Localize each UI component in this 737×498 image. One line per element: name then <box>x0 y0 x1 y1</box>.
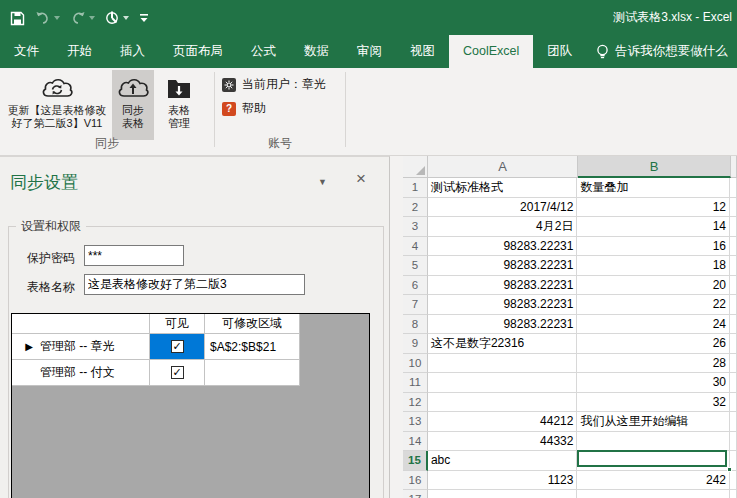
tab-4[interactable]: 公式 <box>237 35 290 68</box>
cell-B3[interactable]: 14 <box>577 217 730 237</box>
row-header-3[interactable]: 3 <box>403 217 428 237</box>
cell-C4[interactable] <box>730 237 737 257</box>
cell-C9[interactable] <box>730 334 737 354</box>
cell-C6[interactable] <box>730 276 737 296</box>
table-name-input[interactable] <box>84 274 305 295</box>
cell-B13[interactable]: 我们从这里开始编辑 <box>577 412 730 432</box>
column-header-A[interactable]: A <box>428 156 578 178</box>
row-header-16[interactable]: 16 <box>403 471 428 491</box>
row-header-12[interactable]: 12 <box>403 393 428 413</box>
cell-C16[interactable] <box>730 471 737 491</box>
visible-checkbox[interactable]: ✓ <box>171 366 184 379</box>
cell-B4[interactable]: 16 <box>577 237 730 257</box>
cell-B11[interactable]: 30 <box>577 373 730 393</box>
cell-A4[interactable]: 98283.22231 <box>428 237 578 257</box>
cell-A8[interactable]: 98283.22231 <box>428 315 578 335</box>
chevron-down-icon[interactable]: ▼ <box>318 177 327 187</box>
undo-icon[interactable] <box>33 8 62 28</box>
cell-C17[interactable] <box>730 490 737 498</box>
touch-mode-dropdown-caret[interactable] <box>123 16 129 20</box>
cell-A13[interactable]: 44212 <box>428 412 578 432</box>
tab-3[interactable]: 页面布局 <box>159 35 237 68</box>
cell-B12[interactable]: 32 <box>577 393 730 413</box>
password-input[interactable] <box>84 245 184 266</box>
cell-B10[interactable]: 28 <box>577 354 730 374</box>
cell-A3[interactable]: 4月2日 <box>428 217 578 237</box>
row-header-2[interactable]: 2 <box>403 198 428 218</box>
pane-splitter[interactable] <box>391 157 403 498</box>
cell-B7[interactable]: 22 <box>577 295 730 315</box>
row-header-6[interactable]: 6 <box>403 276 428 296</box>
cell-C5[interactable] <box>730 256 737 276</box>
cell-A12[interactable] <box>428 393 578 413</box>
save-icon[interactable] <box>8 8 27 28</box>
cell-C8[interactable] <box>730 315 737 335</box>
cell-B8[interactable]: 24 <box>577 315 730 335</box>
table-manage-button[interactable]: 表格 管理 <box>157 70 201 140</box>
row-header-10[interactable]: 10 <box>403 354 428 374</box>
cell-C2[interactable] <box>730 198 737 218</box>
cell-C1[interactable] <box>730 178 737 198</box>
cell-B6[interactable]: 20 <box>577 276 730 296</box>
row-header-4[interactable]: 4 <box>403 237 428 257</box>
select-all-corner[interactable] <box>403 156 428 178</box>
cell-A2[interactable]: 2017/4/12 <box>428 198 578 218</box>
row-header-5[interactable]: 5 <box>403 256 428 276</box>
tab-2[interactable]: 插入 <box>106 35 159 68</box>
row-header-1[interactable]: 1 <box>403 178 428 198</box>
grid-range-cell[interactable] <box>205 360 300 386</box>
grid-user-cell[interactable]: ▶管理部 -- 章光 <box>12 334 150 360</box>
grid-range-cell[interactable]: $A$2:$B$21 <box>205 334 300 360</box>
row-header-14[interactable]: 14 <box>403 432 428 452</box>
cell-C7[interactable] <box>730 295 737 315</box>
grid-user-cell[interactable]: 管理部 -- 付文 <box>12 360 150 386</box>
touch-mode-icon[interactable] <box>103 8 131 28</box>
update-table-button[interactable]: 更新【这是表格修改 好了第二版3】V11 <box>2 70 112 140</box>
column-header-B[interactable]: B <box>578 156 731 178</box>
visible-checkbox[interactable]: ✓ <box>171 340 184 353</box>
cell-B14[interactable] <box>577 432 730 452</box>
cell-C3[interactable] <box>730 217 737 237</box>
grid-visible-cell[interactable]: ✓ <box>150 334 205 360</box>
cell-B1[interactable]: 数量叠加 <box>577 178 730 198</box>
row-header-9[interactable]: 9 <box>403 334 428 354</box>
close-icon[interactable]: × <box>356 169 366 189</box>
cell-B5[interactable]: 18 <box>577 256 730 276</box>
cell-B17[interactable] <box>577 490 730 498</box>
tab-9[interactable]: 团队 <box>533 35 586 68</box>
cell-C11[interactable] <box>730 373 737 393</box>
row-header-13[interactable]: 13 <box>403 412 428 432</box>
cell-B2[interactable]: 12 <box>577 198 730 218</box>
cell-A6[interactable]: 98283.22231 <box>428 276 578 296</box>
cell-B9[interactable]: 26 <box>577 334 730 354</box>
cell-A7[interactable]: 98283.22231 <box>428 295 578 315</box>
undo-dropdown-caret[interactable] <box>54 16 60 20</box>
tab-7[interactable]: 视图 <box>396 35 449 68</box>
cell-A14[interactable]: 44332 <box>428 432 578 452</box>
cell-A11[interactable] <box>428 373 578 393</box>
row-header-17[interactable]: 17 <box>403 490 428 498</box>
cell-A5[interactable]: 98283.22231 <box>428 256 578 276</box>
fill-handle[interactable] <box>727 467 732 472</box>
cell-C10[interactable] <box>730 354 737 374</box>
redo-dropdown-caret[interactable] <box>89 16 95 20</box>
cell-C14[interactable] <box>730 432 737 452</box>
cell-C13[interactable] <box>730 412 737 432</box>
cell-A16[interactable]: 1123 <box>428 471 578 491</box>
row-header-7[interactable]: 7 <box>403 295 428 315</box>
cell-A1[interactable]: 测试标准格式 <box>428 178 578 198</box>
tell-me-box[interactable]: 告诉我你想要做什么 <box>586 35 737 68</box>
row-header-11[interactable]: 11 <box>403 373 428 393</box>
column-header-c[interactable] <box>731 156 737 178</box>
cell-A15[interactable]: abc <box>428 451 578 471</box>
cell-B15[interactable] <box>577 451 730 471</box>
cell-B16[interactable]: 242 <box>577 471 730 491</box>
cell-A17[interactable] <box>428 490 578 498</box>
tab-6[interactable]: 审阅 <box>343 35 396 68</box>
tab-1[interactable]: 开始 <box>53 35 106 68</box>
customize-qat-icon[interactable] <box>137 8 151 28</box>
cell-C12[interactable] <box>730 393 737 413</box>
tab-0[interactable]: 文件 <box>0 35 53 68</box>
grid-visible-cell[interactable]: ✓ <box>150 360 205 386</box>
sync-table-button[interactable]: 同步 表格 <box>112 70 154 140</box>
